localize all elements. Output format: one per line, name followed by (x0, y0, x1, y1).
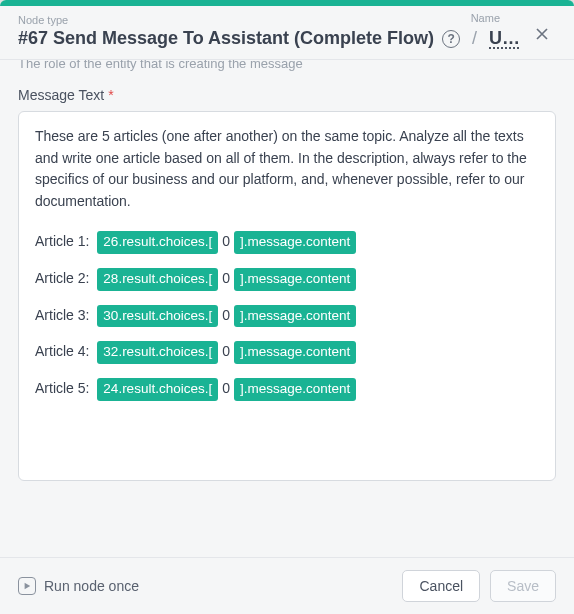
panel-footer: Run node once Cancel Save (0, 557, 574, 614)
node-config-panel: Node type #67 Send Message To Assistant … (0, 0, 574, 614)
help-icon[interactable]: ? (442, 30, 460, 48)
pill-mid: 0 (222, 268, 230, 290)
message-intro: These are 5 articles (one after another)… (35, 126, 539, 213)
run-node-label: Run node once (44, 578, 139, 594)
variable-pill[interactable]: 32.result.choices.[ (97, 341, 218, 364)
name-meta-label: Name (471, 12, 500, 24)
close-icon (532, 24, 552, 44)
variable-pill[interactable]: ].message.content (234, 268, 356, 291)
article-label: Article 5: (35, 380, 89, 396)
cancel-button[interactable]: Cancel (402, 570, 480, 602)
variable-pill[interactable]: ].message.content (234, 378, 356, 401)
variable-pill[interactable]: ].message.content (234, 305, 356, 328)
article-row: Article 1: 26.result.choices.[0].message… (35, 231, 539, 254)
message-text-input[interactable]: These are 5 articles (one after another)… (18, 111, 556, 481)
pill-mid: 0 (222, 341, 230, 363)
pill-mid: 0 (222, 378, 230, 400)
message-text-label: Message Text* (18, 87, 556, 103)
article-row: Article 2: 28.result.choices.[0].message… (35, 268, 539, 291)
variable-pill[interactable]: 26.result.choices.[ (97, 231, 218, 254)
required-asterisk: * (108, 87, 113, 103)
title-slash: / (472, 28, 477, 49)
pill-mid: 0 (222, 305, 230, 327)
field-label-text: Message Text (18, 87, 104, 103)
article-row: Article 4: 32.result.choices.[0].message… (35, 341, 539, 364)
article-label: Article 2: (35, 270, 89, 286)
pill-mid: 0 (222, 231, 230, 253)
variable-pill[interactable]: ].message.content (234, 231, 356, 254)
variable-pill[interactable]: 24.result.choices.[ (97, 378, 218, 401)
article-row: Article 3: 30.result.choices.[0].message… (35, 305, 539, 328)
play-icon (18, 577, 36, 595)
save-button: Save (490, 570, 556, 602)
node-name-value[interactable]: U… (489, 28, 520, 49)
node-title: #67 Send Message To Assistant (Complete … (18, 28, 434, 49)
article-label: Article 4: (35, 343, 89, 359)
article-row: Article 5: 24.result.choices.[0].message… (35, 378, 539, 401)
article-label: Article 1: (35, 233, 89, 249)
panel-header: Node type #67 Send Message To Assistant … (0, 6, 574, 59)
close-button[interactable] (528, 20, 556, 48)
article-label: Article 3: (35, 307, 89, 323)
variable-pill[interactable]: 28.result.choices.[ (97, 268, 218, 291)
variable-pill[interactable]: 30.result.choices.[ (97, 305, 218, 328)
scroll-area[interactable]: The role of the entity that is creating … (0, 59, 574, 557)
field-help-previous: The role of the entity that is creating … (18, 59, 556, 71)
run-node-once-button[interactable]: Run node once (18, 577, 392, 595)
node-type-label: Node type (18, 14, 68, 26)
variable-pill[interactable]: ].message.content (234, 341, 356, 364)
